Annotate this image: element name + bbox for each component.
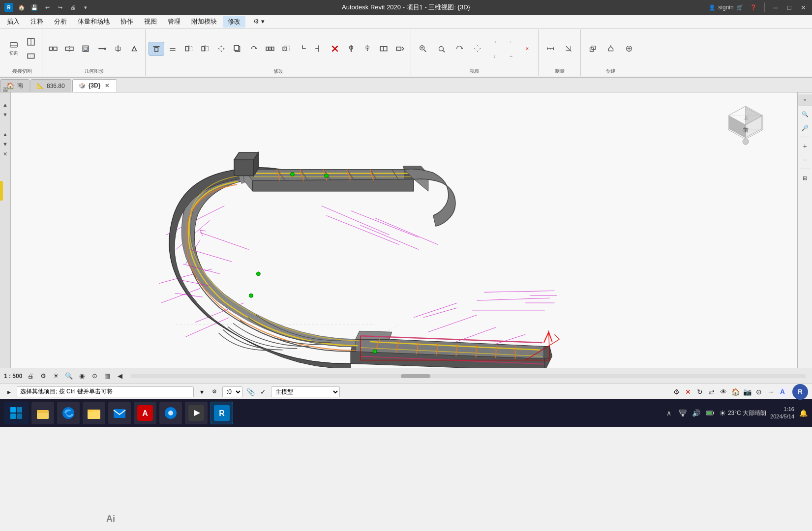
- stretch-button[interactable]: [392, 42, 408, 56]
- close-tray-icon[interactable]: ✕: [683, 387, 693, 397]
- join-button[interactable]: [45, 42, 61, 56]
- mail-app[interactable]: [108, 402, 131, 424]
- arrow-down-view[interactable]: ↓: [487, 49, 503, 63]
- profile-icon[interactable]: 👤: [707, 2, 717, 12]
- wall-join-button[interactable]: [78, 42, 93, 56]
- viewport[interactable]: 前 上: [11, 92, 797, 368]
- refresh-tray-icon[interactable]: ↻: [695, 387, 705, 397]
- more-icon[interactable]: ▾: [81, 2, 90, 12]
- scroll-thumb[interactable]: [401, 374, 430, 378]
- menu-modify[interactable]: 修改: [223, 16, 245, 28]
- network-icon[interactable]: [678, 408, 688, 418]
- mirror-draw-axis[interactable]: [197, 42, 213, 56]
- scene-tray-icon[interactable]: 🏠: [730, 387, 740, 397]
- menu-addins[interactable]: 附加模块: [186, 16, 222, 28]
- filter3-icon[interactable]: ▦: [103, 372, 112, 381]
- collapse-down-btn[interactable]: ▼: [1, 110, 10, 119]
- close-view[interactable]: ✕: [519, 42, 535, 56]
- help-icon[interactable]: ❓: [749, 2, 758, 12]
- number-dropdown[interactable]: :0: [222, 386, 242, 397]
- cut-button[interactable]: 切割: [5, 38, 23, 59]
- tab-3d[interactable]: 🎲 {3D} ✕: [72, 79, 118, 92]
- tab-3d-close[interactable]: ✕: [103, 82, 111, 89]
- sync-tray-icon[interactable]: ⇄: [707, 387, 717, 397]
- paint-button[interactable]: [126, 42, 142, 56]
- pin-button[interactable]: [343, 42, 359, 56]
- minimize-button[interactable]: ─: [771, 2, 781, 12]
- zoom-in-panel-btn[interactable]: 🔍: [799, 108, 811, 120]
- menu-collaborate[interactable]: 协作: [116, 16, 138, 28]
- check-icon[interactable]: ✓: [258, 387, 268, 397]
- create-similar-button[interactable]: [584, 38, 601, 59]
- tab-south[interactable]: 🏠 南: [0, 79, 30, 92]
- unpin-button[interactable]: [360, 42, 375, 56]
- nav-cube[interactable]: 前 上: [723, 102, 768, 147]
- place-component-button[interactable]: [620, 38, 638, 59]
- split-button[interactable]: [61, 42, 77, 56]
- move-button[interactable]: [213, 42, 229, 56]
- filter-btn-right[interactable]: ≡: [799, 186, 811, 198]
- eye-tray-icon[interactable]: ⊙: [754, 387, 764, 397]
- attach-icon[interactable]: 📎: [245, 387, 255, 397]
- menu-annotation[interactable]: 注释: [26, 16, 48, 28]
- letter-a-tray-icon[interactable]: A: [778, 387, 787, 397]
- redo-icon[interactable]: ↪: [55, 2, 65, 12]
- speaker-icon[interactable]: 🔊: [692, 408, 701, 418]
- properties-btn[interactable]: ⊞: [799, 172, 811, 184]
- edit-family-button[interactable]: [602, 38, 620, 59]
- menu-view[interactable]: 视图: [139, 16, 162, 28]
- notification-icon[interactable]: 🔔: [798, 408, 808, 418]
- menu-mass[interactable]: 体量和场地: [73, 16, 115, 28]
- battery-icon[interactable]: [705, 408, 715, 418]
- offset-button[interactable]: [165, 42, 180, 56]
- connect-end-button[interactable]: [23, 35, 39, 49]
- cart-icon[interactable]: 🛒: [735, 2, 745, 12]
- scroll-bar[interactable]: [130, 374, 806, 378]
- photos-app[interactable]: [159, 402, 182, 424]
- align-button[interactable]: [110, 42, 126, 56]
- delete-button[interactable]: [327, 42, 343, 56]
- settings-status-icon[interactable]: ⚙: [39, 372, 48, 381]
- search-status-icon[interactable]: 🔍: [64, 372, 73, 381]
- acrobat-app[interactable]: A: [134, 402, 156, 424]
- arrow-status-icon[interactable]: ◀: [116, 372, 124, 381]
- print-icon[interactable]: 🖨: [68, 2, 78, 12]
- filter2-icon[interactable]: ⊙: [90, 372, 99, 381]
- save-icon[interactable]: 💾: [30, 2, 39, 12]
- pan-button[interactable]: [469, 38, 486, 59]
- tab-floor-plan[interactable]: 📐 836.80: [30, 79, 71, 92]
- menu-manage[interactable]: 管理: [163, 16, 185, 28]
- folder-app[interactable]: [83, 402, 105, 424]
- collapse-up-btn2[interactable]: ▲: [1, 130, 10, 139]
- array-button[interactable]: [262, 42, 278, 56]
- cut-profile-button[interactable]: [23, 49, 39, 63]
- revit-app[interactable]: R: [211, 402, 233, 424]
- close-button[interactable]: ✕: [798, 2, 808, 12]
- file-explorer-app[interactable]: [31, 402, 54, 424]
- mirror-pick-axis[interactable]: [181, 42, 197, 56]
- start-button[interactable]: [4, 402, 29, 424]
- collapse-down-btn2[interactable]: ▼: [1, 140, 10, 148]
- camera-tray-icon[interactable]: 📷: [742, 387, 752, 397]
- filter1-icon[interactable]: ◉: [77, 372, 86, 381]
- collapse-up-btn[interactable]: ▲: [1, 100, 10, 109]
- trim-extend-corner[interactable]: [295, 42, 310, 56]
- signin-label[interactable]: signin: [721, 2, 731, 12]
- trim-single[interactable]: [311, 42, 327, 56]
- undo-icon[interactable]: ↩: [42, 2, 52, 12]
- split-element-button[interactable]: [376, 42, 391, 56]
- menu-extra[interactable]: ⚙ ▾: [248, 16, 270, 27]
- measure-button[interactable]: [541, 38, 559, 59]
- menu-insert[interactable]: 插入: [2, 16, 25, 28]
- arrow-right-view[interactable]: →: [487, 35, 503, 49]
- next-view[interactable]: →: [503, 49, 519, 63]
- close-panel-btn[interactable]: ✕: [1, 149, 10, 158]
- model-type-dropdown[interactable]: 主模型: [271, 386, 340, 397]
- scale-button[interactable]: [278, 42, 294, 56]
- prompt-dropdown-icon[interactable]: ▾: [197, 387, 207, 397]
- zoom-in-btn2[interactable]: +: [799, 140, 811, 152]
- copy-button[interactable]: [230, 42, 245, 56]
- zoom-out-button[interactable]: [432, 38, 450, 59]
- media-app[interactable]: [185, 402, 208, 424]
- info-prompt-input[interactable]: [17, 386, 194, 397]
